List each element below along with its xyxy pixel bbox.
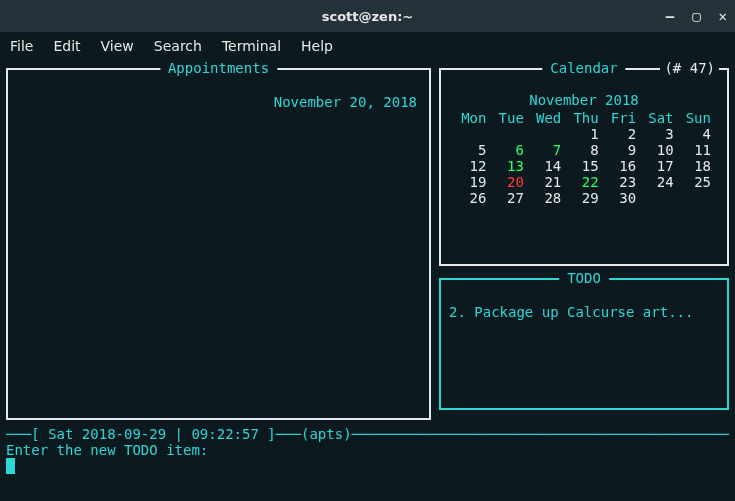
prompt-label: Enter the new TODO item: (6, 442, 729, 458)
minimize-icon[interactable]: — (666, 8, 674, 24)
calendar-day[interactable]: 14 (528, 158, 565, 174)
weekday-fri: Fri (603, 110, 640, 126)
calendar-day[interactable]: 8 (565, 142, 602, 158)
todo-panel[interactable]: TODO 2. Package up Calcurse art... (439, 278, 729, 410)
calendar-day (453, 126, 490, 142)
prompt-input[interactable] (6, 458, 729, 474)
calendar-day (490, 126, 527, 142)
weekday-tue: Tue (490, 110, 527, 126)
calendar-week-row: 2627282930 (447, 190, 721, 206)
calendar-month-label: November 2018 (447, 92, 721, 108)
calendar-grid: Mon Tue Wed Thu Fri Sat Sun 123456789101… (447, 110, 721, 206)
calendar-day (678, 190, 715, 206)
calendar-day (528, 126, 565, 142)
todo-title: TODO (559, 270, 609, 286)
calendar-day[interactable]: 19 (453, 174, 490, 190)
calendar-day[interactable]: 3 (640, 126, 677, 142)
menu-terminal[interactable]: Terminal (222, 38, 281, 54)
calendar-day[interactable]: 15 (565, 158, 602, 174)
calendar-day[interactable]: 24 (640, 174, 677, 190)
terminal-viewport[interactable]: Appointments November 20, 2018 Calendar … (0, 60, 735, 501)
calendar-day[interactable]: 1 (565, 126, 602, 142)
calendar-day[interactable]: 4 (678, 126, 715, 142)
calendar-weeknum: (# 47) (660, 60, 719, 76)
calendar-day[interactable]: 9 (603, 142, 640, 158)
calendar-day[interactable]: 29 (565, 190, 602, 206)
menu-search[interactable]: Search (154, 38, 202, 54)
calendar-week-row: 12131415161718 (447, 158, 721, 174)
calendar-day[interactable]: 11 (678, 142, 715, 158)
calendar-day[interactable]: 27 (490, 190, 527, 206)
calendar-day[interactable]: 6 (490, 142, 527, 158)
calendar-panel[interactable]: Calendar (# 47) November 2018 Mon Tue We… (439, 68, 729, 266)
calendar-weekday-row: Mon Tue Wed Thu Fri Sat Sun (447, 110, 721, 126)
calendar-day[interactable]: 10 (640, 142, 677, 158)
calendar-day[interactable]: 30 (603, 190, 640, 206)
appointments-panel[interactable]: Appointments November 20, 2018 (6, 68, 431, 420)
calendar-day[interactable]: 12 (453, 158, 490, 174)
appointments-title: Appointments (160, 60, 277, 76)
weekday-sun: Sun (678, 110, 715, 126)
todo-item[interactable]: 2. Package up Calcurse art... (447, 304, 721, 320)
close-icon[interactable]: ✕ (719, 8, 727, 24)
menu-edit[interactable]: Edit (53, 38, 80, 54)
calendar-title: Calendar (542, 60, 625, 76)
maximize-icon[interactable]: ▢ (692, 8, 700, 24)
menu-help[interactable]: Help (301, 38, 333, 54)
calendar-day[interactable]: 16 (603, 158, 640, 174)
calendar-day[interactable]: 2 (603, 126, 640, 142)
calendar-day[interactable]: 25 (678, 174, 715, 190)
menu-bar: File Edit View Search Terminal Help (0, 32, 735, 60)
status-line: ───[ Sat 2018-09-29 | 09:22:57 ]───(apts… (6, 426, 729, 442)
appointments-date: November 20, 2018 (14, 76, 423, 110)
calendar-day[interactable]: 5 (453, 142, 490, 158)
window-titlebar: scott@zen:~ — ▢ ✕ (0, 0, 735, 32)
calendar-day[interactable]: 17 (640, 158, 677, 174)
calendar-day[interactable]: 26 (453, 190, 490, 206)
weekday-sat: Sat (640, 110, 677, 126)
calendar-week-row: 19202122232425 (447, 174, 721, 190)
cursor-icon (6, 458, 15, 474)
menu-view[interactable]: View (101, 38, 134, 54)
calendar-day[interactable]: 21 (528, 174, 565, 190)
weekday-wed: Wed (528, 110, 565, 126)
calendar-week-row: 1234 (447, 126, 721, 142)
calendar-day[interactable]: 28 (528, 190, 565, 206)
calendar-week-row: 567891011 (447, 142, 721, 158)
calendar-day[interactable]: 22 (565, 174, 602, 190)
calendar-day[interactable]: 13 (490, 158, 527, 174)
calendar-day (640, 190, 677, 206)
weekday-mon: Mon (453, 110, 490, 126)
calendar-day[interactable]: 7 (528, 142, 565, 158)
calendar-day[interactable]: 20 (490, 174, 527, 190)
weekday-thu: Thu (565, 110, 602, 126)
calendar-day[interactable]: 18 (678, 158, 715, 174)
menu-file[interactable]: File (10, 38, 33, 54)
window-title: scott@zen:~ (322, 9, 414, 24)
calendar-day[interactable]: 23 (603, 174, 640, 190)
